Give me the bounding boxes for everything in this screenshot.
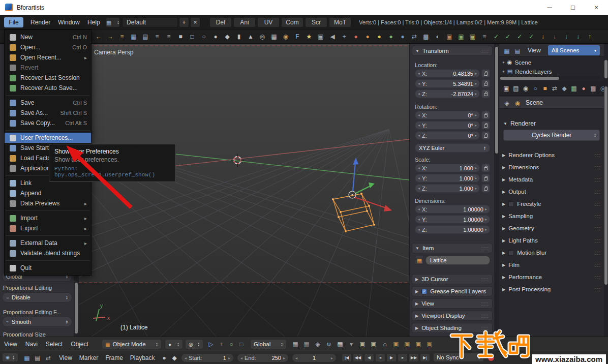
dimensions-y-field[interactable]: ◂Y:1.00000▸ <box>415 215 490 224</box>
export-fbx-icon[interactable]: ↓ <box>538 32 548 41</box>
frame-back-button[interactable]: ◂ <box>375 353 385 362</box>
drag-handle-icon[interactable]: :::: <box>593 275 601 280</box>
layout-tab-mot[interactable]: MoT <box>329 17 351 27</box>
menu-more-icon[interactable]: ≡ <box>480 32 489 41</box>
add-sphere-icon[interactable]: ● <box>211 32 220 41</box>
timeline-menu-frame[interactable]: Frame <box>105 354 123 361</box>
group-yellow-icon[interactable]: ● <box>375 32 384 41</box>
scale-z-field[interactable]: ◂Z:1.000▸ <box>415 184 480 193</box>
tab-constraints-icon[interactable]: ⇄ <box>550 84 559 93</box>
drag-handle-icon[interactable]: :::: <box>593 250 601 256</box>
renderer-section-header[interactable]: ▼ Renderer <box>503 120 536 127</box>
menu-item-append[interactable]: Append <box>5 188 91 198</box>
check-2-icon[interactable]: ✓ <box>503 32 512 41</box>
panel-output[interactable]: ▶Output:::: <box>502 187 601 197</box>
panel-sampling[interactable]: ▶Sampling:::: <box>502 211 601 221</box>
render-image-icon[interactable]: ▦ <box>129 32 138 41</box>
panel-item[interactable]: ▼ Item :::: <box>412 243 493 253</box>
lock-icon[interactable] <box>481 111 490 119</box>
drag-handle-icon[interactable]: :::: <box>481 301 489 307</box>
tab-world-icon[interactable]: ○ <box>531 84 540 93</box>
add-cone-icon[interactable]: ▲ <box>246 32 255 41</box>
outliner-hscrollbar-thumb[interactable] <box>500 77 559 80</box>
decrement-arrow-icon[interactable]: ◂ <box>185 356 187 360</box>
panel-grease-pencil-layers[interactable]: ▶ ✓ Grease Pencil Layers <box>412 286 493 296</box>
add-plane-icon[interactable]: ■ <box>176 32 185 41</box>
lock-icon[interactable] <box>481 89 490 98</box>
panel-3d-cursor[interactable]: ▶ 3D Cursor :::: <box>412 274 493 284</box>
editor-type-dropdown[interactable]: ◉ ▲▼ <box>2 353 18 362</box>
lock-icon[interactable] <box>481 121 490 130</box>
frame-forward-button[interactable]: ▸ <box>398 353 408 362</box>
home-view-icon[interactable]: ⌂ <box>380 340 389 349</box>
snap-target-icon[interactable]: ▾ <box>347 340 356 349</box>
lock-icon[interactable] <box>481 164 490 172</box>
decrement-arrow-icon[interactable]: ◂ <box>418 71 420 76</box>
outliner-item-renderlayers[interactable]: ●▤RenderLayers <box>502 67 552 76</box>
outliner-filter-icon[interactable]: ▤ <box>513 46 522 55</box>
tab-render-icon[interactable]: ▣ <box>502 84 511 93</box>
add-empty-icon[interactable]: + <box>340 32 349 41</box>
jump-to-end-button[interactable]: ▶| <box>420 353 430 362</box>
scene-lock-icon[interactable]: ◈ <box>313 340 322 349</box>
redo-icon[interactable]: → <box>106 32 115 41</box>
add-grid-icon[interactable]: ▦ <box>269 32 279 41</box>
layout-tab-def[interactable]: Def <box>209 17 232 27</box>
drag-handle-icon[interactable]: :::: <box>481 313 489 319</box>
keyingset-icon[interactable]: ◆ <box>170 353 179 362</box>
menu-item-open[interactable]: Open...Ctrl O <box>5 42 91 52</box>
toolshelf-scrollbar-thumb[interactable] <box>75 283 78 333</box>
panel-post-processing[interactable]: ▶Post Processing:::: <box>502 284 601 294</box>
check-1-icon[interactable]: ✓ <box>492 32 501 41</box>
motion-blur-checkbox[interactable] <box>508 250 514 256</box>
tab-material-icon[interactable]: ● <box>579 84 588 93</box>
menu-window[interactable]: Window <box>58 19 80 26</box>
frame-end-field[interactable]: ◂ End: 250 ▸ <box>237 353 289 362</box>
scene-context-icon[interactable]: ◉ <box>513 99 522 108</box>
screen-layout-browse-button[interactable]: ▦ ▲▼ <box>106 17 120 27</box>
menu-item-import[interactable]: Import▸ <box>5 213 91 223</box>
layout-tab-scr[interactable]: Scr <box>305 17 327 27</box>
panel-viewport-display[interactable]: ▶ Viewport Display :::: <box>412 311 493 321</box>
edit-b-icon[interactable]: ▣ <box>468 32 477 41</box>
menu-item-save[interactable]: SaveCtrl S <box>5 98 91 108</box>
tab-scene-icon[interactable]: ◉ <box>521 84 530 93</box>
tab-modifiers-icon[interactable]: ◆ <box>560 84 569 93</box>
panel-light-paths[interactable]: ▶Light Paths:::: <box>502 235 601 246</box>
editor-marker-icon[interactable]: ▤ <box>33 353 42 362</box>
add-text-icon[interactable]: F <box>293 32 302 41</box>
menu-item-data-previews[interactable]: Data Previews▸ <box>5 198 91 208</box>
tab-object-icon[interactable]: ■ <box>540 84 550 93</box>
drag-handle-icon[interactable]: :::: <box>593 226 601 231</box>
viewport-menu-select[interactable]: Select <box>46 341 63 348</box>
add-circle-icon[interactable]: ○ <box>199 32 208 41</box>
increment-arrow-icon[interactable]: ▸ <box>485 207 487 211</box>
frame-start-field[interactable]: ◂ Start: 1 ▸ <box>181 353 234 362</box>
menu-item-new[interactable]: NewCtrl N <box>5 32 91 42</box>
panel-performance[interactable]: ▶Performance:::: <box>502 272 601 282</box>
origin-tool-icon[interactable]: ▣ <box>391 340 401 349</box>
viewport-menu-navi[interactable]: Navi <box>25 341 38 348</box>
drag-handle-icon[interactable]: :::: <box>593 262 601 268</box>
relations-icon[interactable]: ◐ <box>433 32 442 41</box>
disclosure-icon[interactable]: ● <box>502 69 505 74</box>
export-obj-icon[interactable]: ↓ <box>550 32 559 41</box>
maximize-button[interactable]: □ <box>561 0 585 15</box>
decrement-arrow-icon[interactable]: ◂ <box>295 356 297 360</box>
properties-scrollbar[interactable] <box>604 44 608 364</box>
decrement-arrow-icon[interactable]: ◂ <box>418 166 420 170</box>
play-button[interactable]: ▶ <box>386 353 397 362</box>
autokey-record-icon[interactable]: ● <box>160 353 169 362</box>
lock-icon[interactable] <box>481 79 490 88</box>
add-speaker-icon[interactable]: ◀ <box>328 32 337 41</box>
rotation-mode-dropdown[interactable]: XYZ Euler ▲▼ <box>415 143 490 153</box>
proportional-falloff-dropdown[interactable]: ~ Smooth ▲▼ <box>2 317 72 327</box>
menu-item-save-copy[interactable]: Save Copy...Ctrl Alt S <box>5 118 91 128</box>
mode-dropdown[interactable]: ▦ Object Mode ▲▼ <box>102 339 162 349</box>
check-3-icon[interactable]: ✓ <box>515 32 524 41</box>
menu-item-save-as[interactable]: Save As...Shift Ctrl S <box>5 108 91 118</box>
outliner-display-icon[interactable]: ▦ <box>502 46 511 55</box>
drag-handle-icon[interactable]: :::: <box>481 277 489 282</box>
apply-tool-icon[interactable]: ▣ <box>425 340 434 349</box>
minimize-button[interactable]: ─ <box>538 0 561 15</box>
